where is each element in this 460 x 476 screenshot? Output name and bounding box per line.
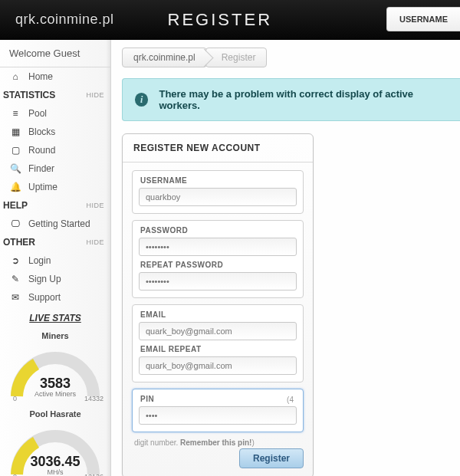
gauge-min: 0	[13, 473, 17, 476]
alert-text: There may be a problem with correct disp…	[159, 88, 448, 111]
sidebar-item-label: Home	[28, 71, 53, 82]
register-panel: REGISTER NEW ACCOUNT USERNAME PASSWORD R…	[122, 133, 314, 476]
sidebar-item-pool[interactable]: ≡Pool	[0, 104, 110, 123]
hide-toggle[interactable]: HIDE	[86, 238, 104, 246]
password-input[interactable]	[139, 238, 297, 256]
sidebar-item-login[interactable]: ➲Login	[0, 251, 110, 270]
gauge-min: 0	[13, 395, 17, 402]
gauge-miners: 3583 Active Miners 0 14332	[5, 343, 105, 402]
live-stats-heading: LIVE STATS	[0, 307, 110, 327]
sidebar-section-statistics[interactable]: STATISTICS HIDE	[0, 86, 110, 104]
username-input[interactable]	[139, 188, 297, 206]
fieldset-username: USERNAME	[132, 170, 304, 214]
gauge-value: 3036.45	[5, 454, 105, 470]
register-button[interactable]: Register	[239, 448, 304, 468]
username-login-button[interactable]: USERNAME	[386, 7, 460, 31]
pin-input[interactable]	[139, 406, 297, 425]
main: qrk.coinmine.plRegister i There may be a…	[111, 40, 460, 476]
fieldset-pin: PIN (4	[132, 389, 304, 432]
gauge-max: 12136	[84, 473, 104, 476]
repeat-password-input[interactable]	[139, 272, 297, 291]
password-label: PASSWORD	[140, 226, 297, 235]
username-label: USERNAME	[140, 176, 297, 185]
register-form: USERNAME PASSWORD REPEAT PASSWORD EMAIL …	[123, 162, 313, 447]
home-icon: ⌂	[9, 71, 21, 82]
sidebar-item-blocks[interactable]: ▦Blocks	[0, 123, 110, 141]
sidebar-item-uptime[interactable]: 🔔Uptime	[0, 178, 110, 196]
login-icon: ➲	[9, 255, 21, 266]
email-repeat-label: EMAIL REPEAT	[140, 345, 297, 353]
mail-icon: ✉	[9, 292, 21, 303]
welcome-text: Welcome Guest	[0, 40, 110, 67]
breadcrumb: qrk.coinmine.plRegister	[122, 48, 460, 67]
fieldset-password: PASSWORD REPEAT PASSWORD	[132, 220, 304, 298]
repeat-password-label: REPEAT PASSWORD	[140, 261, 297, 269]
sidebar-section-help[interactable]: HELP HIDE	[0, 196, 110, 215]
pin-label: PIN	[140, 395, 297, 403]
email-repeat-input[interactable]	[139, 356, 297, 375]
pin-hint: digit number. Remember this pin!)	[134, 438, 304, 447]
email-input[interactable]	[139, 322, 297, 340]
monitor-icon: 🖵	[9, 218, 21, 229]
gauge-hashrate: 3036.45 MH/s 0 12136	[5, 421, 105, 476]
gauge-title-hashrate: Pool Hasrate	[0, 405, 110, 421]
brand[interactable]: qrk.coinmine.pl	[0, 11, 114, 28]
search-icon: 🔍	[9, 163, 21, 174]
email-label: EMAIL	[140, 310, 297, 319]
fieldset-email: EMAIL EMAIL REPEAT	[132, 304, 304, 382]
pencil-icon: ✎	[9, 274, 21, 284]
image-icon: ▢	[9, 145, 21, 156]
sidebar-item-support[interactable]: ✉Support	[0, 288, 110, 307]
list-icon: ≡	[9, 108, 21, 119]
pin-hint-right: (4	[287, 396, 294, 404]
sidebar-item-getting-started[interactable]: 🖵Getting Started	[0, 215, 110, 233]
sidebar-item-home[interactable]: ⌂ Home	[0, 67, 110, 86]
breadcrumb-current: Register	[205, 48, 268, 67]
gauge-value: 3583	[5, 376, 105, 392]
grid-icon: ▦	[9, 126, 21, 137]
sidebar-item-round[interactable]: ▢Round	[0, 141, 110, 159]
info-icon: i	[135, 93, 148, 107]
sidebar-section-other[interactable]: OTHER HIDE	[0, 233, 110, 251]
info-alert: i There may be a problem with correct di…	[122, 78, 460, 121]
hide-toggle[interactable]: HIDE	[86, 91, 104, 99]
page-title: REGISTER	[168, 10, 272, 30]
sidebar-item-signup[interactable]: ✎Sign Up	[0, 270, 110, 288]
bell-icon: 🔔	[9, 182, 21, 192]
sidebar-item-finder[interactable]: 🔍Finder	[0, 159, 110, 178]
hide-toggle[interactable]: HIDE	[86, 202, 104, 209]
sidebar: Welcome Guest ⌂ Home STATISTICS HIDE ≡Po…	[0, 40, 111, 476]
panel-title: REGISTER NEW ACCOUNT	[123, 134, 313, 162]
gauge-max: 14332	[84, 395, 104, 402]
top-bar: qrk.coinmine.pl REGISTER USERNAME	[0, 0, 460, 40]
gauge-title-miners: Miners	[0, 327, 110, 343]
breadcrumb-root[interactable]: qrk.coinmine.pl	[122, 48, 207, 67]
